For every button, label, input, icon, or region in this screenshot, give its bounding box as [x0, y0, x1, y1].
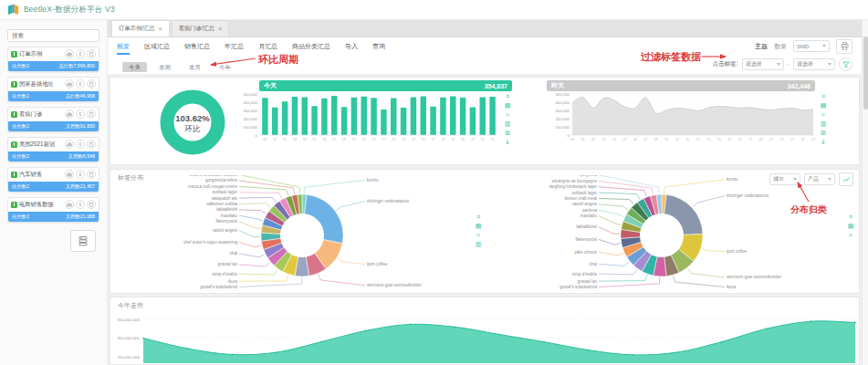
- table-icon[interactable]: ▤: [819, 102, 828, 110]
- svg-text:01: 01: [580, 138, 584, 141]
- dataset-chart-button[interactable]: [65, 170, 74, 179]
- svg-text:outback lager: outback lager: [212, 190, 237, 194]
- dataset-card: 订单示例0分片数2总行数7,596,800: [7, 47, 99, 72]
- stacked-icon[interactable]: ≡: [846, 214, 855, 221]
- svg-text:18: 18: [759, 138, 763, 141]
- tag-select[interactable]: 请选择: [742, 58, 784, 70]
- svg-text:100,000: 100,000: [555, 125, 570, 130]
- report-tab[interactable]: 年汇总: [225, 38, 244, 55]
- svg-text:valkoinen suklaa: valkoinen suklaa: [206, 202, 237, 206]
- dataset-delete-button[interactable]: [87, 79, 96, 89]
- pie-icon[interactable]: ⊞: [819, 130, 828, 137]
- dataset-chart-button[interactable]: [65, 110, 74, 119]
- dataset-title: 美国2021新冠: [19, 141, 63, 149]
- workspace-tab[interactable]: 看病门诊/汇总×: [172, 20, 230, 36]
- scrollbar[interactable]: [862, 20, 868, 365]
- bar-icon[interactable]: ▥: [503, 120, 512, 128]
- table-icon[interactable]: ▤: [503, 102, 512, 110]
- datasource-button[interactable]: [70, 230, 96, 252]
- report-tab[interactable]: 月汇总: [258, 38, 277, 55]
- svg-text:23: 23: [811, 138, 815, 141]
- line-icon[interactable]: ≈: [503, 111, 512, 119]
- mode-select-value: SMD: [797, 44, 809, 49]
- doc-count: 总行数7,596,800: [59, 63, 95, 69]
- svg-text:02: 02: [591, 138, 595, 141]
- doc-count: 文档数91,830: [66, 123, 95, 130]
- year-trend-chart: 350,000,000300,000,000250,000,000: [112, 310, 859, 365]
- svg-text:400,000: 400,000: [243, 100, 257, 105]
- dataset-chart-button[interactable]: [65, 79, 74, 89]
- dataset-card-header: 订单示例0: [8, 47, 99, 61]
- main-area: 订单示例/汇总×看病门诊/汇总× 概要区域汇总销售汇总年汇总月汇总商品分类汇总导…: [108, 20, 862, 365]
- workspace-tab[interactable]: 订单示例/汇总×: [111, 20, 170, 36]
- table-icon[interactable]: ▤: [846, 223, 855, 230]
- svg-text:spegesild: spegesild: [580, 175, 598, 177]
- tag-select-placeholder: 请选择: [746, 60, 762, 68]
- svg-text:12: 12: [382, 138, 385, 141]
- close-icon[interactable]: ×: [218, 26, 222, 32]
- dataset-icon: [11, 111, 17, 118]
- tag-filter-label: 点击标签:: [713, 60, 738, 68]
- dataset-delete-button[interactable]: [87, 200, 96, 209]
- svg-text:14: 14: [717, 138, 721, 141]
- mode-select[interactable]: SMD: [793, 40, 830, 52]
- dataset-count-button[interactable]: 0: [76, 200, 85, 209]
- chevron-down-icon: [828, 63, 831, 66]
- scrollbar-thumb[interactable]: [863, 36, 868, 110]
- svg-text:300,000: 300,000: [555, 109, 570, 113]
- svg-text:13: 13: [392, 138, 395, 141]
- close-icon[interactable]: ×: [159, 26, 162, 32]
- stacked-icon[interactable]: ≡: [819, 93, 828, 100]
- svg-text:500,000: 500,000: [555, 92, 570, 97]
- dataset-icon: [11, 202, 17, 208]
- dataset-card-header: 电商销售数据0: [8, 198, 99, 212]
- dataset-count-button[interactable]: 0: [76, 49, 85, 58]
- dataset-delete-button[interactable]: [87, 110, 96, 119]
- dataset-card: 美国2021新冠0分片数2文档数6,548: [7, 137, 99, 162]
- tag-select[interactable]: 请选择: [793, 58, 835, 70]
- dataset-count-button[interactable]: 0: [76, 170, 85, 179]
- dataset-delete-button[interactable]: [87, 170, 96, 179]
- report-tab[interactable]: 概要: [117, 38, 130, 55]
- svg-text:05: 05: [313, 138, 317, 141]
- dataset-chart-button[interactable]: [65, 49, 74, 58]
- print-button[interactable]: [836, 39, 852, 54]
- line-icon[interactable]: ≈: [846, 232, 855, 239]
- svg-text:fløtemysost: fløtemysost: [576, 237, 598, 242]
- chevron-down-icon: [822, 45, 826, 47]
- download-icon[interactable]: ⇓: [819, 139, 828, 146]
- dataset-delete-button[interactable]: [87, 49, 96, 58]
- dataset-count-button[interactable]: 0: [76, 79, 85, 89]
- period-button[interactable]: 本月: [183, 62, 207, 72]
- report-tab[interactable]: 商品分类汇总: [292, 38, 330, 55]
- dataset-chart-button[interactable]: [65, 140, 74, 149]
- svg-text:ravioli angelo: ravioli angelo: [572, 202, 598, 206]
- pie-icon[interactable]: ⊞: [503, 130, 512, 137]
- report-tab[interactable]: 查询: [372, 38, 385, 55]
- svg-text:thüringer rostbratwurst: thüringer rostbratwurst: [367, 199, 410, 203]
- period-button[interactable]: 今天: [122, 62, 147, 72]
- period-button[interactable]: 今年: [213, 62, 237, 72]
- report-tab[interactable]: 导入: [345, 38, 358, 55]
- theme-toggle[interactable]: 主题: [755, 42, 768, 51]
- svg-text:09: 09: [664, 138, 668, 141]
- svg-text:06: 06: [633, 138, 637, 141]
- stacked-icon[interactable]: ≡: [503, 93, 512, 100]
- count-toggle[interactable]: 数量: [774, 42, 787, 51]
- dataset-icon: [11, 172, 17, 178]
- tag-filter-button[interactable]: [839, 57, 852, 71]
- overview-panel: 103.62% 环比 今天 354,837 500,000400,000300,…: [110, 77, 860, 165]
- dataset-count-button[interactable]: 0: [76, 140, 85, 149]
- bar-icon[interactable]: ▥: [819, 120, 828, 128]
- line-icon[interactable]: ≈: [819, 111, 828, 119]
- report-tab[interactable]: 销售汇总: [184, 38, 210, 55]
- search-input[interactable]: [7, 29, 99, 42]
- report-tab[interactable]: 区域汇总: [144, 38, 170, 55]
- dataset-card-header: 国家县级地址0: [8, 78, 99, 91]
- dataset-count-button[interactable]: 0: [76, 110, 85, 119]
- download-icon[interactable]: ⇓: [503, 139, 512, 146]
- svg-text:nunuca nuß-nougat-creme: nunuca nuß-nougat-creme: [188, 184, 238, 189]
- dataset-delete-button[interactable]: [87, 140, 96, 149]
- period-button[interactable]: 本周: [152, 62, 177, 72]
- dataset-chart-button[interactable]: [65, 200, 74, 209]
